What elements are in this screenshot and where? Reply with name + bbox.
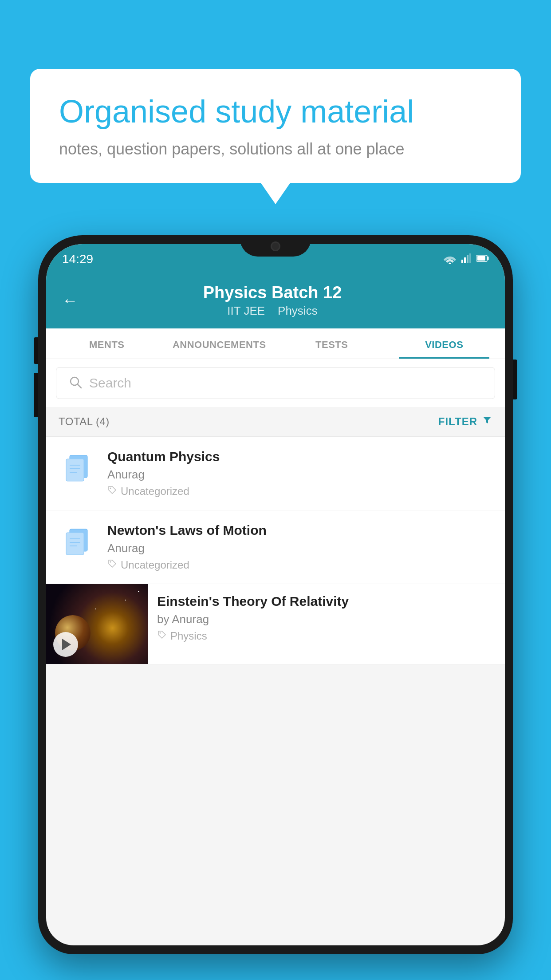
search-placeholder: Search <box>89 375 131 391</box>
item-content: Newton's Laws of Motion Anurag Uncategor… <box>107 523 494 571</box>
header-title: Physics Batch 12 <box>89 283 456 302</box>
svg-rect-1 <box>461 260 463 263</box>
item-tag: Physics <box>157 630 496 642</box>
video-thumbnail <box>46 584 148 664</box>
svg-point-22 <box>160 632 161 634</box>
header-subtitle-part1: IIT JEE <box>227 304 265 317</box>
filter-row: TOTAL (4) FILTER <box>46 407 505 437</box>
search-box[interactable]: Search <box>56 367 495 399</box>
bubble-subtitle: notes, question papers, solutions all at… <box>59 140 492 158</box>
total-count: TOTAL (4) <box>59 415 110 428</box>
svg-point-15 <box>110 488 111 489</box>
item-tag: Uncategorized <box>107 485 494 498</box>
tabs-bar: MENTS ANNOUNCEMENTS TESTS VIDEOS <box>46 328 505 359</box>
tag-label: Physics <box>170 630 207 642</box>
signal-icon <box>461 253 471 265</box>
phone-camera <box>271 241 280 251</box>
svg-point-21 <box>110 561 111 563</box>
tag-label: Uncategorized <box>121 559 189 571</box>
filter-icon <box>482 415 492 428</box>
search-container: Search <box>46 359 505 407</box>
search-icon <box>69 375 82 391</box>
tag-icon <box>107 559 117 571</box>
tag-icon <box>107 485 117 498</box>
svg-rect-7 <box>477 256 485 261</box>
svg-rect-3 <box>467 255 468 263</box>
header-subtitle: IIT JEE Physics <box>89 304 456 318</box>
svg-point-0 <box>449 263 451 265</box>
phone-screen: 14:29 <box>46 244 505 945</box>
tab-ments[interactable]: MENTS <box>51 328 163 359</box>
svg-rect-11 <box>66 459 84 481</box>
volume-down-button <box>34 373 38 417</box>
status-time: 14:29 <box>62 252 93 266</box>
svg-rect-2 <box>464 257 466 263</box>
tag-label: Uncategorized <box>121 485 189 498</box>
play-button[interactable] <box>53 632 78 657</box>
list-item[interactable]: Quantum Physics Anurag Uncategorized <box>46 437 505 510</box>
app-header: ← Physics Batch 12 IIT JEE Physics <box>46 274 505 328</box>
item-title: Newton's Laws of Motion <box>107 523 494 538</box>
phone-mockup: 14:29 <box>38 235 513 980</box>
item-title: Quantum Physics <box>107 449 494 464</box>
tab-announcements[interactable]: ANNOUNCEMENTS <box>163 328 276 359</box>
item-author: Anurag <box>107 541 494 555</box>
item-icon <box>57 449 97 483</box>
item-author: Anurag <box>107 468 494 482</box>
item-tag: Uncategorized <box>107 559 494 571</box>
back-button[interactable]: ← <box>62 291 78 310</box>
item-title: Einstein's Theory Of Relativity <box>157 594 496 609</box>
list-item[interactable]: Einstein's Theory Of Relativity by Anura… <box>46 584 505 664</box>
power-button <box>513 360 517 399</box>
speech-bubble-container: Organised study material notes, question… <box>30 69 521 183</box>
svg-rect-17 <box>66 533 84 555</box>
header-subtitle-part2: Physics <box>278 304 318 317</box>
item-content: Quantum Physics Anurag Uncategorized <box>107 449 494 498</box>
bubble-title: Organised study material <box>59 93 492 130</box>
svg-rect-4 <box>469 253 471 263</box>
video-list: Quantum Physics Anurag Uncategorized <box>46 437 505 664</box>
tab-videos[interactable]: VIDEOS <box>388 328 501 359</box>
battery-icon <box>476 254 489 264</box>
play-triangle-icon <box>62 639 71 650</box>
tag-icon <box>157 630 167 642</box>
phone-outer: 14:29 <box>38 235 513 954</box>
folder-icon <box>63 452 91 483</box>
svg-line-9 <box>78 384 81 388</box>
filter-label: FILTER <box>438 415 477 428</box>
header-text: Physics Batch 12 IIT JEE Physics <box>89 283 456 318</box>
list-item[interactable]: Newton's Laws of Motion Anurag Uncategor… <box>46 510 505 584</box>
phone-notch <box>240 235 311 257</box>
item-icon <box>57 523 97 557</box>
status-icons <box>444 253 489 265</box>
svg-rect-6 <box>488 257 489 260</box>
item-author: by Anurag <box>157 612 496 626</box>
item-content: Einstein's Theory Of Relativity by Anura… <box>148 584 505 652</box>
volume-up-button <box>34 337 38 364</box>
filter-button[interactable]: FILTER <box>438 415 492 428</box>
wifi-icon <box>444 254 456 264</box>
folder-icon <box>63 526 91 557</box>
speech-bubble: Organised study material notes, question… <box>30 69 521 183</box>
tab-tests[interactable]: TESTS <box>276 328 388 359</box>
